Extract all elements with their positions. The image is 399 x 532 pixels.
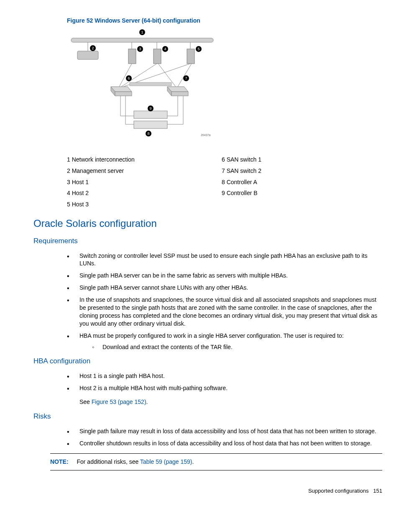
svg-text:5: 5 xyxy=(197,47,200,51)
legend-left-4: 5 Host 3 xyxy=(67,200,222,208)
svg-rect-0 xyxy=(71,38,213,42)
svg-text:3: 3 xyxy=(139,47,141,51)
list-item-text: HBA must be properly configured to work … xyxy=(79,332,344,339)
figure-diagram: 1 2 3 4 5 6 7 xyxy=(67,28,217,147)
svg-rect-45 xyxy=(134,121,167,129)
legend-right-0: 6 SAN switch 1 xyxy=(222,156,382,164)
list-item: Single path HBA server can be in the sam… xyxy=(67,272,382,280)
see-suffix: . xyxy=(146,398,148,405)
legend-row-0: 1 Network interconnection 6 SAN switch 1 xyxy=(67,156,382,164)
legend-row-4: 5 Host 3 xyxy=(67,200,382,208)
legend-row-2: 3 Host 1 8 Controller A xyxy=(67,178,382,186)
svg-rect-16 xyxy=(187,49,194,64)
svg-rect-4 xyxy=(77,51,98,59)
section-title: Oracle Solaris configuration xyxy=(33,217,382,230)
figure-caption: Figure 52 Windows Server (64-bit) config… xyxy=(67,17,382,25)
sub-list-item: Download and extract the contents of the… xyxy=(92,343,382,351)
note-text-suffix: . xyxy=(192,458,194,465)
svg-text:4: 4 xyxy=(164,47,166,51)
page-footer: Supported configurations 151 xyxy=(17,487,382,495)
legend-left-1: 2 Management server xyxy=(67,167,222,175)
hba-list: Host 1 is a single path HBA host. Host 2… xyxy=(67,372,382,392)
svg-text:8: 8 xyxy=(147,131,149,136)
table-59-link[interactable]: Table 59 (page 159) xyxy=(140,458,192,465)
list-item: In the use of snapshots and snapclones, … xyxy=(67,296,382,328)
figure-53-link[interactable]: Figure 53 (page 152) xyxy=(92,398,146,405)
svg-marker-31 xyxy=(171,92,188,96)
legend-right-3: 9 Controller B xyxy=(222,189,382,197)
note-label: NOTE: xyxy=(50,458,69,465)
note-box: NOTE: For additional risks, see Table 59… xyxy=(50,453,382,470)
footer-page-number: 151 xyxy=(373,488,382,494)
list-item: Single path failure may result in loss o… xyxy=(67,427,382,435)
footer-text: Supported configurations xyxy=(308,488,369,494)
svg-text:6: 6 xyxy=(128,76,130,80)
legend-left-3: 4 Host 2 xyxy=(67,189,222,197)
svg-rect-42 xyxy=(134,111,167,118)
legend-row-3: 4 Host 2 9 Controller B xyxy=(67,189,382,197)
svg-rect-12 xyxy=(153,49,161,64)
svg-text:2: 2 xyxy=(92,46,94,50)
requirements-list: Switch zoning or controller level SSP mu… xyxy=(67,252,382,351)
hba-title: HBA configuration xyxy=(33,357,382,366)
see-prefix: See xyxy=(79,398,92,405)
svg-text:9: 9 xyxy=(149,106,151,111)
legend-right-1: 7 SAN switch 2 xyxy=(222,167,382,175)
legend-left-0: 1 Network interconnection xyxy=(67,156,222,164)
legend-row-1: 2 Management server 7 SAN switch 2 xyxy=(67,167,382,175)
list-item: Switch zoning or controller level SSP mu… xyxy=(67,252,382,268)
list-item: Controller shutdown results in loss of d… xyxy=(67,439,382,447)
svg-text:1: 1 xyxy=(141,30,143,34)
svg-text:7: 7 xyxy=(185,76,187,80)
legend-left-2: 3 Host 1 xyxy=(67,178,222,186)
svg-rect-48 xyxy=(130,82,171,86)
legend-right-4 xyxy=(222,200,382,208)
list-item: Single path HBA server cannot share LUNs… xyxy=(67,284,382,292)
risks-list: Single path failure may result in loss o… xyxy=(67,427,382,447)
see-line: See Figure 53 (page 152). xyxy=(79,398,382,406)
figure-id-label: 26437a xyxy=(201,134,210,136)
risks-title: Risks xyxy=(33,412,382,421)
list-item: Host 1 is a single path HBA host. xyxy=(67,372,382,380)
svg-rect-8 xyxy=(128,49,136,64)
list-item: Host 2 is a multiple HBA host with multi… xyxy=(67,384,382,392)
svg-marker-26 xyxy=(115,92,132,96)
requirements-sublist: Download and extract the contents of the… xyxy=(79,343,382,351)
list-item: HBA must be properly configured to work … xyxy=(67,332,382,351)
requirements-title: Requirements xyxy=(33,236,382,246)
legend-right-2: 8 Controller A xyxy=(222,178,382,186)
note-text-prefix: For additional risks, see xyxy=(77,458,140,465)
